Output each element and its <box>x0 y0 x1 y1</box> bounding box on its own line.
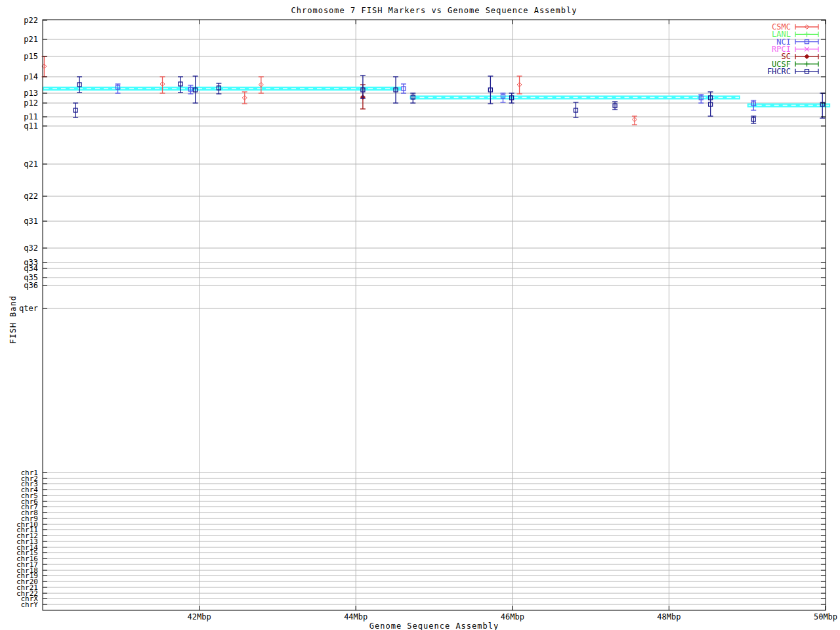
legend: CSMCLANLNCIRPCISCUCSFFHCRC <box>767 22 818 76</box>
x-tick-label: 48Mbp <box>657 612 681 621</box>
axes <box>43 20 826 610</box>
axis-labels: p22p21p15p14p13p12p11q11q21q22q31q32q33q… <box>16 16 837 621</box>
chart-root: Chromosome 7 FISH Markers vs Genome Sequ… <box>0 0 840 630</box>
band-label: p21 <box>24 35 38 44</box>
diamond-marker-icon <box>805 54 809 59</box>
x-tick-label: 46Mbp <box>501 612 524 621</box>
band-label: p14 <box>24 72 38 81</box>
band-label: q31 <box>24 217 38 226</box>
band-label: p12 <box>24 98 38 108</box>
chart-title: Chromosome 7 FISH Markers vs Genome Sequ… <box>43 6 826 15</box>
band-label: q34 <box>24 264 38 273</box>
x-tick-label: 42Mbp <box>188 612 211 621</box>
fish-plot: p22p21p15p14p13p12p11q11q21q22q31q32q33q… <box>0 0 840 630</box>
band-label: p15 <box>24 52 38 61</box>
band-label: q32 <box>24 243 38 253</box>
x-axis-label: Genome Sequence Assembly <box>43 621 826 630</box>
band-label: p11 <box>24 112 38 121</box>
plot-border <box>43 20 826 610</box>
legend-label-FHCRC: FHCRC <box>767 67 791 76</box>
x-tick-label: 44Mbp <box>344 612 368 621</box>
chr-label: chrY <box>21 600 39 609</box>
band-label: q36 <box>24 281 38 290</box>
band-label: q21 <box>24 159 38 169</box>
band-label: qter <box>19 304 38 313</box>
x-tick-label: 50Mbp <box>814 612 837 621</box>
gridlines <box>43 20 826 610</box>
band-label: p22 <box>24 16 38 25</box>
band-label: q22 <box>24 192 38 201</box>
band-label: q11 <box>24 121 38 131</box>
band-label: p13 <box>24 89 38 98</box>
y-axis-label: FISH Band <box>9 287 18 352</box>
